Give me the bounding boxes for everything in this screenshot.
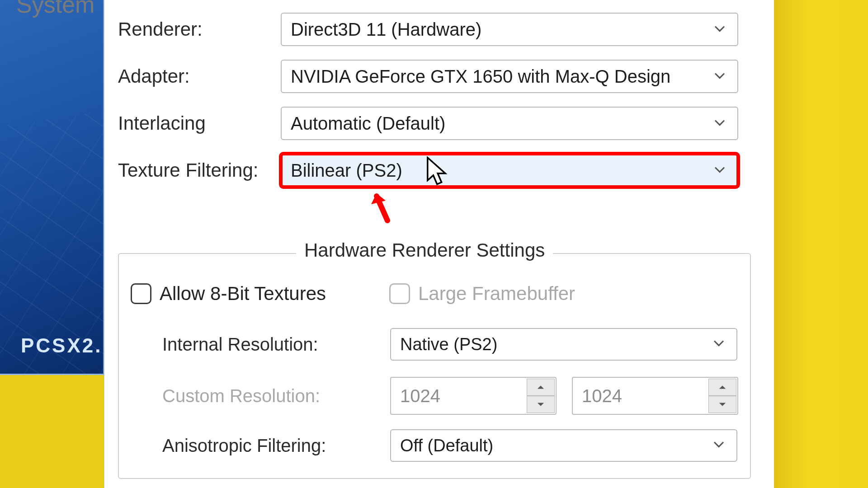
spin-down-button (708, 396, 736, 413)
spin-down-button (527, 396, 555, 413)
renderer-label: Renderer: (118, 19, 281, 40)
chevron-down-icon (713, 19, 726, 40)
spin-up-button (527, 379, 555, 396)
chevron-down-icon (712, 436, 726, 455)
graphics-settings-dialog: System Renderer: Direct3D 11 (Hardware) … (104, 0, 774, 488)
pcsx2-logo-text: PCSX2. (21, 334, 103, 357)
internal-resolution-dropdown[interactable]: Native (PS2) (390, 328, 737, 361)
renderer-dropdown[interactable]: Direct3D 11 (Hardware) (281, 13, 738, 46)
annotation-arrow-icon (367, 190, 396, 228)
adapter-label: Adapter: (118, 66, 281, 87)
texture-filtering-dropdown[interactable]: Bilinear (PS2) (281, 154, 738, 187)
custom-resolution-width-value: 1024 (400, 386, 440, 406)
custom-resolution-height-spinbox: 1024 (572, 377, 738, 415)
menu-system[interactable]: System (16, 0, 94, 18)
hardware-renderer-groupbox: Hardware Renderer Settings Allow 8-Bit T… (118, 253, 751, 479)
renderer-value: Direct3D 11 (Hardware) (291, 19, 481, 40)
large-framebuffer-checkbox (389, 283, 410, 304)
pcsx2-main-window-fragment: PCSX2. (0, 0, 104, 375)
chevron-down-icon (713, 160, 726, 181)
adapter-dropdown[interactable]: NVIDIA GeForce GTX 1650 with Max-Q Desig… (281, 60, 738, 93)
custom-resolution-width-spinbox: 1024 (390, 377, 557, 415)
chevron-down-icon (713, 66, 726, 87)
custom-resolution-label: Custom Resolution: (131, 386, 348, 406)
interlacing-label: Interlacing (118, 113, 281, 134)
interlacing-dropdown[interactable]: Automatic (Default) (281, 107, 738, 140)
desktop-background-right (773, 0, 868, 488)
allow-8bit-label: Allow 8-Bit Textures (160, 283, 326, 305)
hardware-renderer-title: Hardware Renderer Settings (296, 239, 553, 261)
texture-filtering-label: Texture Filtering: (118, 160, 281, 181)
chevron-down-icon (712, 335, 726, 354)
adapter-value: NVIDIA GeForce GTX 1650 with Max-Q Desig… (291, 66, 670, 87)
anisotropic-filtering-dropdown[interactable]: Off (Default) (390, 429, 737, 462)
allow-8bit-checkbox[interactable] (131, 283, 151, 304)
large-framebuffer-label: Large Framebuffer (418, 283, 575, 305)
internal-resolution-value: Native (PS2) (400, 335, 497, 354)
internal-resolution-label: Internal Resolution: (131, 334, 348, 355)
anisotropic-filtering-label: Anisotropic Filtering: (131, 436, 348, 456)
spin-up-button (708, 379, 736, 396)
anisotropic-filtering-value: Off (Default) (400, 436, 493, 455)
interlacing-value: Automatic (Default) (291, 113, 445, 134)
custom-resolution-height-value: 1024 (582, 386, 622, 406)
texture-filtering-value: Bilinear (PS2) (291, 160, 402, 181)
chevron-down-icon (713, 113, 726, 134)
